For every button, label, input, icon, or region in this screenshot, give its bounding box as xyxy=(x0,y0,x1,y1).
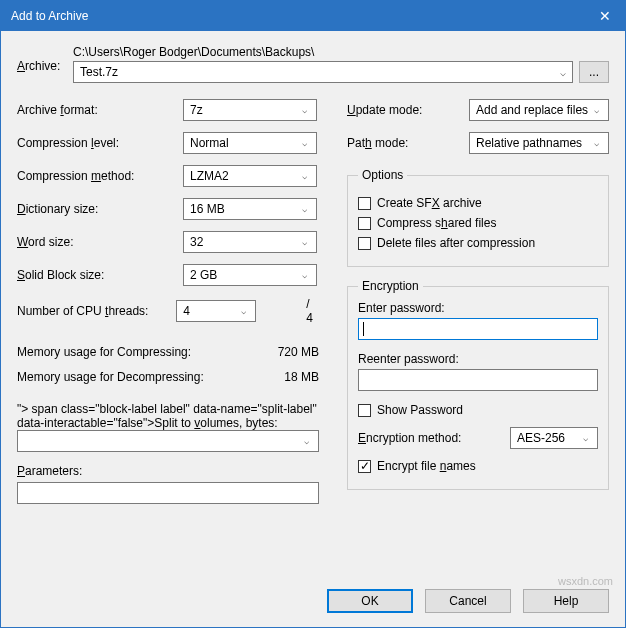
threads-label: Number of CPU threads: xyxy=(17,304,176,318)
archive-stack: C:\Users\Roger Bodger\Documents\Backups\… xyxy=(73,45,609,83)
password1-label: Enter password: xyxy=(358,301,598,315)
text-caret xyxy=(363,322,364,336)
mem-compress-label: Memory usage for Compressing: xyxy=(17,345,191,359)
solid-label: Solid Block size: xyxy=(17,268,183,282)
content-area: Archive: C:\Users\Roger Bodger\Documents… xyxy=(1,31,625,514)
archive-name-value: Test.7z xyxy=(80,65,118,79)
chevron-down-icon: ⌵ xyxy=(577,433,593,443)
word-label: Word size: xyxy=(17,235,183,249)
pathmode-label: Path mode: xyxy=(347,136,469,150)
right-column: Update mode: Add and replace files⌵ Path… xyxy=(347,99,609,504)
password2-input[interactable] xyxy=(358,369,598,391)
split-combobox[interactable]: ⌵ xyxy=(17,430,319,452)
showpw-label: Show Password xyxy=(377,403,463,417)
close-icon[interactable]: ✕ xyxy=(585,1,625,31)
chevron-down-icon: ⌵ xyxy=(298,436,314,446)
chevron-down-icon: ⌵ xyxy=(296,270,312,280)
shared-label: Compress shared files xyxy=(377,216,496,230)
checkbox-icon xyxy=(358,237,371,250)
method-select[interactable]: LZMA2⌵ xyxy=(183,165,317,187)
sfx-label: Create SFX archive xyxy=(377,196,482,210)
encrypt-names-checkbox-row[interactable]: ✓ Encrypt file names xyxy=(358,459,598,473)
chevron-down-icon: ⌵ xyxy=(296,138,312,148)
chevron-down-icon: ⌵ xyxy=(235,306,251,316)
checkbox-checked-icon: ✓ xyxy=(358,460,371,473)
options-legend: Options xyxy=(358,168,407,182)
help-button[interactable]: Help xyxy=(523,589,609,613)
password1-input[interactable] xyxy=(358,318,598,340)
delete-checkbox-row[interactable]: Delete files after compression xyxy=(358,236,598,250)
chevron-down-icon: ⌵ xyxy=(296,171,312,181)
mem-compress-value: 720 MB xyxy=(278,345,319,359)
browse-button[interactable]: ... xyxy=(579,61,609,83)
left-column: Archive format: 7z⌵ Compression level: N… xyxy=(17,99,319,504)
encryption-group: Encryption Enter password: Reenter passw… xyxy=(347,279,609,490)
chevron-down-icon: ⌵ xyxy=(296,237,312,247)
showpw-checkbox-row[interactable]: Show Password xyxy=(358,403,598,417)
mem-decompress-label: Memory usage for Decompressing: xyxy=(17,370,204,384)
enc-method-label: Encryption method: xyxy=(358,431,510,445)
button-row: OK Cancel Help xyxy=(327,589,609,613)
level-label: Compression level: xyxy=(17,136,183,150)
chevron-down-icon: ⌵ xyxy=(296,204,312,214)
watermark: wsxdn.com xyxy=(558,575,613,587)
archive-row: Archive: C:\Users\Roger Bodger\Documents… xyxy=(17,45,609,83)
delete-label: Delete files after compression xyxy=(377,236,535,250)
chevron-down-icon: ⌵ xyxy=(588,138,604,148)
dictionary-select[interactable]: 16 MB⌵ xyxy=(183,198,317,220)
archive-path: C:\Users\Roger Bodger\Documents\Backups\ xyxy=(73,45,609,59)
shared-checkbox-row[interactable]: Compress shared files xyxy=(358,216,598,230)
enc-method-select[interactable]: AES-256⌵ xyxy=(510,427,598,449)
encryption-legend: Encryption xyxy=(358,279,423,293)
checkbox-icon xyxy=(358,404,371,417)
update-label: Update mode: xyxy=(347,103,469,117)
columns: Archive format: 7z⌵ Compression level: N… xyxy=(17,99,609,504)
method-label: Compression method: xyxy=(17,169,183,183)
pathmode-select[interactable]: Relative pathnames⌵ xyxy=(469,132,609,154)
ok-button[interactable]: OK xyxy=(327,589,413,613)
dialog-window: Add to Archive ✕ Archive: C:\Users\Roger… xyxy=(0,0,626,628)
threads-total: / 4 xyxy=(306,297,319,325)
solid-select[interactable]: 2 GB⌵ xyxy=(183,264,317,286)
checkbox-icon xyxy=(358,197,371,210)
params-label: Parameters: xyxy=(17,464,319,478)
options-group: Options Create SFX archive Compress shar… xyxy=(347,168,609,267)
params-input[interactable] xyxy=(17,482,319,504)
update-select[interactable]: Add and replace files⌵ xyxy=(469,99,609,121)
window-title: Add to Archive xyxy=(11,9,88,23)
threads-select[interactable]: 4⌵ xyxy=(176,300,256,322)
cancel-button[interactable]: Cancel xyxy=(425,589,511,613)
chevron-down-icon: ⌵ xyxy=(296,105,312,115)
format-label: Archive format: xyxy=(17,103,183,117)
password2-label: Reenter password: xyxy=(358,352,598,366)
format-select[interactable]: 7z⌵ xyxy=(183,99,317,121)
archive-label: Archive: xyxy=(17,45,73,73)
archive-name-combobox[interactable]: Test.7z ⌵ xyxy=(73,61,573,83)
word-select[interactable]: 32⌵ xyxy=(183,231,317,253)
checkbox-icon xyxy=(358,217,371,230)
chevron-down-icon: ⌵ xyxy=(588,105,604,115)
level-select[interactable]: Normal⌵ xyxy=(183,132,317,154)
dictionary-label: Dictionary size: xyxy=(17,202,183,216)
titlebar: Add to Archive ✕ xyxy=(1,1,625,31)
sfx-checkbox-row[interactable]: Create SFX archive xyxy=(358,196,598,210)
encrypt-names-label: Encrypt file names xyxy=(377,459,476,473)
mem-decompress-value: 18 MB xyxy=(284,370,319,384)
chevron-down-icon: ⌵ xyxy=(560,67,566,78)
